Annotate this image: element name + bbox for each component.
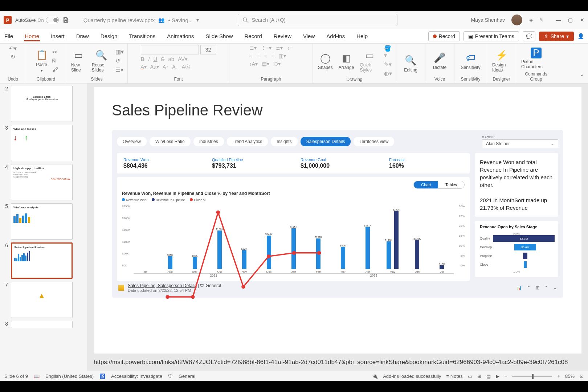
tab-industries[interactable]: Industries [193, 137, 224, 146]
chevron-up-icon[interactable]: ⌃ [527, 285, 531, 290]
highlight-button[interactable]: Aa▾ [150, 64, 159, 70]
share-button[interactable]: ⇪Share▾ [539, 32, 574, 41]
diamond-icon[interactable]: ◈ [529, 17, 533, 23]
menu-animations[interactable]: Animations [166, 31, 195, 41]
smartart-icon[interactable]: ⬡▾ [274, 61, 281, 67]
thumb-3[interactable]: Wins and losses↓↑ [11, 125, 73, 161]
increase-font-icon[interactable]: A↑ [163, 64, 168, 70]
grid-icon[interactable]: ⊞ [536, 285, 539, 290]
thumb-7[interactable]: ▲ [11, 282, 73, 318]
chevron-up-icon-2[interactable]: ⌃ [544, 285, 548, 290]
menu-home[interactable]: Home [24, 31, 40, 41]
paste-button[interactable]: 📋Paste▾ [34, 48, 49, 74]
cut-icon[interactable]: ✂ [52, 49, 58, 56]
layout-icon[interactable]: ▥▾ [115, 48, 124, 55]
zoom-out-icon[interactable]: − [505, 373, 507, 379]
menu-review[interactable]: Review [273, 31, 292, 41]
owner-select[interactable]: Alan Steiner⌄ [482, 139, 558, 148]
user-small-icon[interactable]: 👤 [577, 33, 584, 40]
autosave-toggle[interactable]: AutoSave On [15, 17, 59, 23]
sorter-view-icon[interactable]: ⊞ [477, 373, 481, 379]
font-color-button[interactable]: A▾ [141, 64, 147, 70]
zoom-slider[interactable] [512, 376, 552, 377]
toggle-pill[interactable] [46, 17, 59, 23]
search-input[interactable]: Search (Alt+Q) [238, 14, 397, 26]
thumb-5[interactable]: Win/Loss analysis [11, 203, 73, 240]
copy-icon[interactable]: ⎘ [52, 58, 58, 64]
italic-button[interactable]: I [148, 56, 150, 62]
menu-design[interactable]: Design [100, 31, 118, 41]
spell-check-icon[interactable]: 📖 [34, 373, 40, 379]
zoom-in-icon[interactable]: + [557, 373, 560, 379]
redo-icon[interactable]: ↻ [11, 53, 15, 60]
thumb-8[interactable] [11, 321, 73, 328]
tab-salesperson[interactable]: Salesperson Details [301, 137, 351, 146]
zoom-level[interactable]: 85% [565, 373, 575, 379]
numbering-button[interactable]: ⋮≡▾ [261, 45, 271, 51]
slide-canvas[interactable]: Sales Pipeline Review Overview Win/Loss … [94, 87, 581, 354]
underline-button[interactable]: U [154, 56, 158, 62]
undo-icon[interactable]: ↶▾ [9, 45, 17, 52]
maximize-icon[interactable]: ▢ [568, 17, 573, 23]
justify-icon[interactable]: ≡ [271, 53, 274, 59]
tab-insights[interactable]: Insights [271, 137, 297, 146]
tables-view-tab[interactable]: Tables [438, 181, 464, 188]
pixton-button[interactable]: PPixton Characters [520, 47, 552, 70]
font-size-select[interactable]: 32 [200, 45, 216, 54]
menu-insert[interactable]: Insert [50, 31, 65, 41]
align-right-icon[interactable]: ≡ [264, 53, 267, 59]
decrease-font-icon[interactable]: A↓ [172, 64, 178, 70]
menu-transitions[interactable]: Transitions [128, 31, 156, 41]
slideshow-view-icon[interactable]: ▶ [496, 373, 499, 379]
list-level-button[interactable]: ≣▾ [276, 45, 283, 51]
char-spacing-button[interactable]: AV▾ [178, 56, 188, 62]
fit-window-icon[interactable]: ⊡ [580, 373, 584, 379]
section-icon[interactable]: ☰▾ [115, 66, 124, 73]
shadow-button[interactable]: ab [168, 56, 174, 62]
thumb-4[interactable]: High viz opportunitiesAccount: Contoso B… [11, 164, 73, 200]
clear-format-icon[interactable]: Aⓧ [182, 64, 190, 70]
dictate-button[interactable]: 🎤Dictate [432, 51, 448, 71]
chart-icon[interactable]: 📊 [516, 285, 522, 290]
notes-button[interactable]: ≡ Notes [446, 373, 463, 379]
quick-styles-button[interactable]: ▭Quick Styles [358, 49, 381, 73]
reuse-slides-button[interactable]: 🔍Reuse Slides [90, 49, 113, 73]
shape-effects-icon[interactable]: ◐▾ [384, 70, 392, 77]
format-painter-icon[interactable]: 🖌 [52, 66, 58, 73]
reading-view-icon[interactable]: ▤ [486, 373, 491, 379]
thumb-2[interactable]: Contoso SalesMonthly opportunities revie… [11, 86, 73, 122]
thumb-6[interactable]: Sales Pipeline Review [11, 242, 73, 279]
align-text-icon[interactable]: ▤▾ [262, 61, 269, 67]
shapes-button[interactable]: ◯Shapes [317, 51, 334, 71]
sensitivity-button[interactable]: 🏷Sensitivity [459, 51, 482, 71]
minimize-icon[interactable]: — [556, 17, 561, 23]
editing-button[interactable]: 🔍Editing [403, 54, 419, 73]
bold-button[interactable]: B [141, 56, 145, 62]
menu-view[interactable]: View [302, 31, 315, 41]
comments-button[interactable]: 💬 [523, 31, 535, 41]
menu-slideshow[interactable]: Slide Show [205, 31, 233, 41]
menu-draw[interactable]: Draw [75, 31, 90, 41]
bullets-button[interactable]: ☰▾ [249, 45, 257, 51]
menu-file[interactable]: File [4, 31, 14, 41]
tab-territories[interactable]: Territories view [354, 137, 394, 146]
menu-help[interactable]: Help [356, 31, 368, 41]
chevron-down-icon-2[interactable]: ⌄ [553, 285, 557, 290]
text-direction-icon[interactable]: ↕A▾ [249, 61, 258, 67]
strike-button[interactable]: S [161, 56, 164, 62]
tab-winloss[interactable]: Win/Loss Ratio [150, 137, 191, 146]
menu-addins[interactable]: Add-ins [326, 31, 346, 41]
language[interactable]: English (United States) [45, 373, 94, 379]
collapse-ribbon-icon[interactable]: ⌃ [580, 73, 584, 80]
chart-view-tab[interactable]: Chart [414, 181, 438, 188]
pen-icon[interactable]: ✎ [539, 17, 544, 23]
line-spacing-button[interactable]: ↕≡ [287, 45, 293, 51]
columns-icon[interactable]: ▥▾ [279, 53, 286, 59]
close-icon[interactable]: ✕ [580, 17, 584, 23]
record-button[interactable]: Record [428, 31, 460, 41]
design-ideas-button[interactable]: ⚡Design Ideas [491, 49, 512, 73]
menu-record-tab[interactable]: Record [244, 31, 262, 41]
shape-fill-icon[interactable]: 🪣▾ [384, 45, 392, 59]
tab-overview[interactable]: Overview [117, 137, 147, 146]
avatar[interactable] [511, 15, 522, 25]
